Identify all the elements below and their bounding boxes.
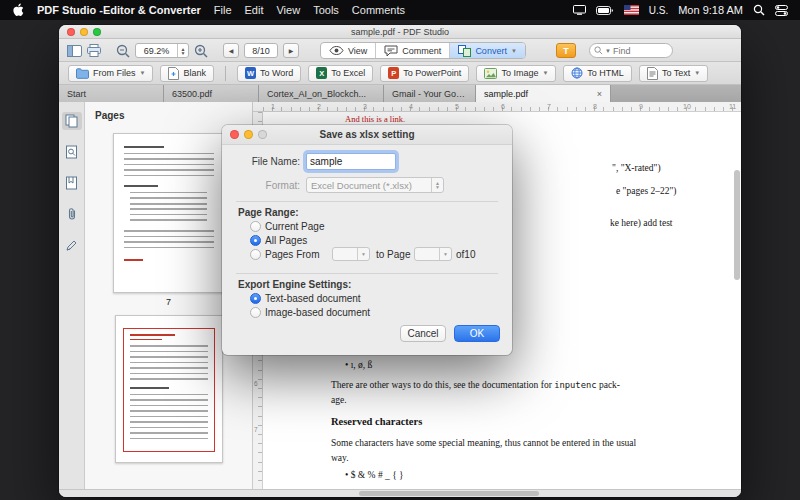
menu-file[interactable]: File [214, 4, 232, 16]
cancel-button[interactable]: Cancel [400, 325, 446, 342]
tab-gmail[interactable]: Gmail - Your Google I_... [384, 85, 476, 102]
attachments-icon[interactable] [62, 205, 82, 223]
dialog-titlebar[interactable]: Save as xlsx setting [222, 125, 512, 145]
from-files-button[interactable]: From Files ▼ [68, 65, 153, 82]
paragraph-text: Some characters have some special meanin… [331, 438, 636, 448]
pdf-paragraph: There are other ways to do this, see the… [331, 378, 705, 407]
dialog-minimize-button[interactable] [244, 130, 253, 139]
chevron-down-icon: ▼ [140, 70, 146, 76]
tab-cortex-ai[interactable]: Cortex_AI_on_Blockch... [259, 85, 384, 102]
radio-image-based-label[interactable]: Image-based document [265, 307, 370, 318]
to-word-button[interactable]: W To Word [237, 65, 301, 82]
tab-close-icon[interactable]: × [597, 89, 602, 99]
app-menu-name[interactable]: PDF Studio -Editor & Converter [37, 4, 201, 16]
tab-label: sample.pdf [484, 89, 591, 99]
window-close-button[interactable] [67, 28, 75, 36]
from-page-popup[interactable]: ▼ [332, 247, 370, 261]
ok-button[interactable]: OK [454, 325, 500, 342]
control-center-icon[interactable] [775, 5, 788, 16]
previous-page-button[interactable]: ◀ [223, 43, 239, 58]
comment-mode-button[interactable]: Comment [376, 43, 450, 58]
radio-current-page-label[interactable]: Current Page [265, 221, 324, 232]
paragraph-text: There are other ways to do this, see the… [331, 380, 554, 390]
to-powerpoint-button[interactable]: P To PowerPoint [380, 65, 469, 82]
to-html-button[interactable]: To HTML [563, 65, 632, 82]
window-titlebar[interactable]: sample.pdf - PDF Studio [59, 25, 741, 39]
eye-icon [329, 46, 344, 55]
ruler-number: 6 [501, 102, 505, 111]
file-name-input[interactable] [306, 153, 396, 170]
tab-sample-pdf[interactable]: sample.pdf × [476, 85, 611, 102]
mode-segmented-control: View Comment Convert ▼ [320, 42, 526, 59]
zoom-in-icon[interactable] [194, 44, 208, 58]
ruler-number: 2 [317, 102, 321, 111]
zoom-out-icon[interactable] [116, 44, 130, 58]
radio-pages-from-label[interactable]: Pages From [265, 249, 319, 260]
signature-icon[interactable] [62, 236, 82, 254]
tab-63500-pdf[interactable]: 63500.pdf [164, 85, 259, 102]
vertical-scrollbar[interactable] [734, 170, 740, 280]
to-page-popup[interactable]: ▼ [414, 247, 452, 261]
radio-pages-from[interactable] [250, 249, 261, 260]
sidebar-toggle-icon[interactable] [67, 45, 82, 57]
pages-panel-icon[interactable] [62, 112, 82, 130]
radio-text-based-label[interactable]: Text-based document [265, 293, 361, 304]
menu-comments[interactable]: Comments [352, 4, 405, 16]
to-image-button[interactable]: To Image ▼ [476, 65, 556, 82]
search-scope-chevron-icon[interactable]: ▼ [605, 48, 611, 54]
spotlight-icon[interactable] [753, 4, 765, 16]
to-excel-button[interactable]: X To Excel [308, 65, 373, 82]
view-mode-button[interactable]: View [321, 43, 376, 58]
input-source-label[interactable]: U.S. [649, 5, 668, 16]
pdf-link-text[interactable]: And this is a link. [345, 114, 405, 124]
of-total-pages-label: of10 [456, 249, 475, 260]
apple-menu-icon[interactable] [12, 3, 24, 17]
horizontal-scrollbar-thumb[interactable] [359, 491, 539, 496]
zoom-level-combo[interactable]: 69.2% ▲▼ [135, 43, 189, 58]
dialog-close-button[interactable] [230, 130, 239, 139]
to-html-label: To HTML [587, 68, 624, 78]
to-powerpoint-label: To PowerPoint [403, 68, 461, 78]
bookmarks-icon[interactable] [62, 174, 82, 192]
next-page-button[interactable]: ▶ [283, 43, 299, 58]
radio-all-pages[interactable] [250, 235, 261, 246]
to-text-button[interactable]: To Text ▼ [639, 65, 708, 82]
text-document-icon [647, 67, 658, 80]
window-zoom-button[interactable] [93, 28, 101, 36]
display-status-icon[interactable] [573, 5, 586, 15]
orange-tool-button[interactable]: T [556, 43, 576, 58]
radio-current-page[interactable] [250, 221, 261, 232]
to-page-label: to Page [376, 249, 410, 260]
search-icon [594, 46, 603, 55]
radio-text-based[interactable] [250, 293, 261, 304]
radio-image-based[interactable] [250, 307, 261, 318]
tab-start[interactable]: Start [59, 85, 164, 102]
us-flag-icon[interactable] [624, 5, 639, 15]
menu-view[interactable]: View [276, 4, 300, 16]
window-minimize-button[interactable] [80, 28, 88, 36]
blank-button[interactable]: Blank [160, 65, 214, 82]
inline-code: inputenc [554, 380, 596, 390]
sidebar-icon-strip [59, 102, 85, 489]
dialog-zoom-button [258, 130, 267, 139]
page-search-icon[interactable] [62, 143, 82, 161]
find-input[interactable] [613, 46, 665, 56]
horizontal-scrollbar-track[interactable] [59, 489, 741, 497]
find-field[interactable]: ▼ [589, 43, 673, 58]
ruler-number: 1 [271, 102, 275, 111]
menu-bar-clock[interactable]: Mon 9:18 AM [678, 4, 743, 16]
print-icon[interactable] [87, 44, 101, 57]
blank-label: Blank [183, 68, 206, 78]
zoom-stepper[interactable]: ▲▼ [177, 44, 188, 57]
convert-mode-button[interactable]: Convert ▼ [450, 43, 524, 58]
battery-icon[interactable] [596, 6, 614, 15]
menu-edit[interactable]: Edit [245, 4, 264, 16]
page-7-thumbnail[interactable] [113, 133, 225, 293]
menu-tools[interactable]: Tools [313, 4, 339, 16]
dialog-divider [236, 201, 498, 202]
save-as-xlsx-dialog: Save as xlsx setting File Name: Format: … [222, 125, 512, 355]
page-8-thumbnail[interactable] [115, 315, 223, 463]
radio-all-pages-label[interactable]: All Pages [265, 235, 307, 246]
ruler-number: 9 [639, 102, 643, 111]
page-indicator[interactable]: 8/10 [244, 43, 278, 58]
